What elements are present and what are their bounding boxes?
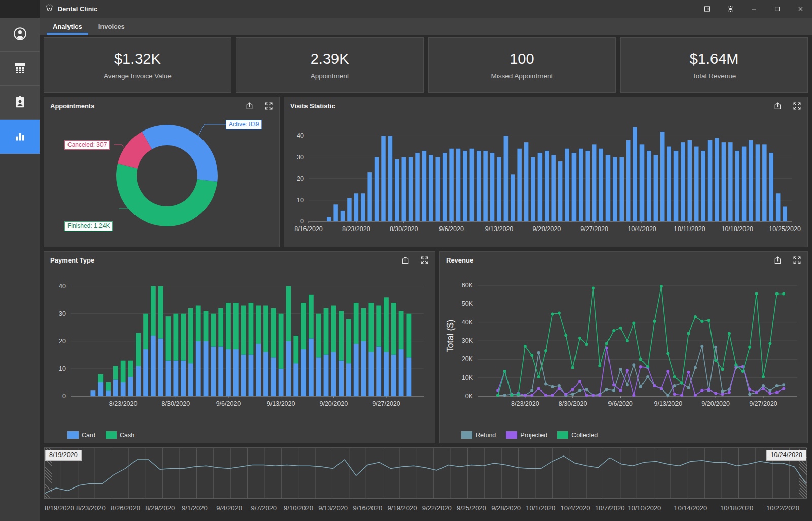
- close-button[interactable]: [789, 0, 812, 18]
- range-start-handle[interactable]: 8/19/2020: [45, 450, 82, 461]
- svg-text:9/4/2020: 9/4/2020: [216, 504, 242, 512]
- sidebar: [0, 0, 40, 521]
- analytics-content: $1.32K Average Invoice Value 2.39K Appoi…: [40, 35, 812, 521]
- expand-button[interactable]: [263, 100, 274, 111]
- svg-text:9/20/2020: 9/20/2020: [319, 400, 348, 407]
- svg-text:10/11/2020: 10/11/2020: [674, 225, 705, 233]
- kpi-total-revenue: $1.64M Total Revenue: [620, 37, 808, 93]
- donut-label-finished[interactable]: Finished: 1.24K: [64, 221, 113, 231]
- export-button[interactable]: [244, 100, 255, 111]
- svg-text:9/22/2020: 9/22/2020: [422, 504, 452, 512]
- kpi-value: 100: [510, 51, 534, 68]
- svg-text:10/18/2020: 10/18/2020: [721, 225, 753, 233]
- legend-label: Card: [82, 432, 95, 439]
- expand-button[interactable]: [791, 254, 802, 266]
- svg-text:10: 10: [59, 365, 66, 372]
- kpi-row: $1.32K Average Invoice Value 2.39K Appoi…: [44, 37, 808, 93]
- user-icon: [13, 27, 27, 43]
- legend-item-cash[interactable]: Cash: [106, 431, 134, 439]
- payment-chart-svg: 0102030408/23/20208/30/20209/6/20209/13/…: [49, 268, 430, 416]
- payment-chart: 0102030408/23/20208/30/20209/6/20209/13/…: [44, 268, 435, 430]
- expand-icon: [792, 101, 802, 111]
- panel-title: Visits Statistic: [290, 102, 772, 110]
- revenue-panel: Revenue 0K10K20K30K40K50K60K8/23/20208/3…: [439, 251, 808, 443]
- kpi-label: Appointment: [311, 72, 349, 80]
- legend-item-refund[interactable]: Refund: [461, 431, 496, 439]
- svg-text:40K: 40K: [462, 319, 473, 326]
- svg-text:20: 20: [297, 175, 304, 182]
- tab-invoices[interactable]: Invoices: [91, 20, 132, 35]
- expand-button[interactable]: [419, 254, 430, 266]
- svg-text:9/6/2020: 9/6/2020: [608, 400, 633, 407]
- minimize-button[interactable]: [742, 0, 765, 18]
- tooth-logo-icon: [46, 4, 54, 14]
- legend-label: Projected: [520, 432, 547, 439]
- svg-text:10K: 10K: [462, 374, 473, 381]
- svg-text:8/23/2020: 8/23/2020: [76, 504, 106, 512]
- svg-text:10/18/2020: 10/18/2020: [720, 504, 753, 512]
- svg-text:30: 30: [59, 310, 66, 317]
- legend-item-card[interactable]: Card: [67, 431, 95, 439]
- charts-row-2: Payment Type 0102030408/23/20208/30/2020…: [44, 251, 808, 443]
- payment-type-panel: Payment Type 0102030408/23/20208/30/2020…: [44, 251, 435, 443]
- svg-text:0K: 0K: [465, 393, 473, 400]
- expand-icon: [420, 255, 429, 265]
- panel-header: Appointments: [44, 97, 279, 114]
- svg-text:40: 40: [297, 132, 304, 139]
- svg-text:8/29/2020: 8/29/2020: [145, 504, 175, 512]
- kpi-value: 2.39K: [311, 51, 349, 68]
- svg-text:9/20/2020: 9/20/2020: [701, 400, 730, 407]
- export-icon: [245, 101, 254, 111]
- sidebar-item-patients[interactable]: [0, 86, 40, 120]
- export-icon: [773, 255, 783, 265]
- sidebar-item-calendar[interactable]: [0, 52, 40, 86]
- svg-text:8/23/2020: 8/23/2020: [511, 400, 539, 407]
- expand-button[interactable]: [791, 100, 802, 111]
- sidebar-item-analytics[interactable]: [0, 120, 40, 154]
- close-icon: [796, 5, 805, 13]
- appointments-chart: Active: 839 Canceled: 307 Finished: 1.24…: [44, 114, 279, 247]
- svg-text:9/20/2020: 9/20/2020: [532, 225, 561, 233]
- sidebar-corner: [0, 0, 40, 18]
- maximize-icon: [773, 5, 782, 13]
- kpi-average-invoice-value: $1.32K Average Invoice Value: [44, 37, 231, 93]
- svg-text:10/1/2020: 10/1/2020: [526, 504, 555, 512]
- export-button[interactable]: [772, 254, 783, 266]
- svg-text:9/13/2020: 9/13/2020: [318, 504, 348, 512]
- svg-text:40: 40: [59, 283, 66, 290]
- expand-icon: [792, 255, 802, 265]
- kpi-appointment: 2.39K Appointment: [236, 37, 424, 93]
- legend-label: Cash: [120, 432, 134, 439]
- svg-text:9/13/2020: 9/13/2020: [267, 400, 295, 407]
- projected-swatch: [506, 431, 517, 439]
- theme-toggle-button[interactable]: [719, 0, 742, 18]
- revenue-legend: Refund Projected Collected: [440, 430, 807, 443]
- exit-app-button[interactable]: [695, 0, 719, 18]
- donut-label-canceled[interactable]: Canceled: 307: [64, 140, 110, 150]
- svg-text:30: 30: [297, 154, 304, 161]
- svg-text:8/23/2020: 8/23/2020: [109, 400, 138, 407]
- legend-item-projected[interactable]: Projected: [506, 431, 547, 439]
- svg-text:10/7/2020: 10/7/2020: [595, 504, 625, 512]
- svg-text:30K: 30K: [462, 337, 473, 344]
- panel-title: Revenue: [446, 256, 772, 264]
- date-range-selector[interactable]: 8/19/2020 10/24/2020 8/19/20208/23/20208…: [44, 447, 808, 519]
- export-button[interactable]: [772, 100, 783, 111]
- badge-icon: [13, 95, 27, 111]
- panel-header: Revenue: [440, 252, 807, 268]
- export-button[interactable]: [399, 254, 411, 266]
- range-selector-svg[interactable]: 8/19/20208/23/20208/26/20208/29/20209/1/…: [44, 447, 807, 513]
- legend-item-collected[interactable]: Collected: [557, 431, 598, 439]
- tab-analytics[interactable]: Analytics: [46, 20, 89, 35]
- svg-text:9/19/2020: 9/19/2020: [388, 504, 417, 512]
- maximize-button[interactable]: [765, 0, 789, 18]
- range-end-handle[interactable]: 10/24/2020: [766, 450, 806, 461]
- expand-icon: [264, 101, 274, 111]
- sidebar-item-user[interactable]: [0, 18, 40, 52]
- kpi-label: Total Revenue: [692, 72, 736, 80]
- svg-text:9/16/2020: 9/16/2020: [353, 504, 382, 512]
- donut-label-active[interactable]: Active: 839: [226, 120, 262, 129]
- visits-statistic-panel: Visits Statistic 0102030408/16/20208/23/…: [284, 97, 808, 247]
- kpi-label: Average Invoice Value: [104, 72, 172, 80]
- exit-app-icon: [703, 5, 712, 13]
